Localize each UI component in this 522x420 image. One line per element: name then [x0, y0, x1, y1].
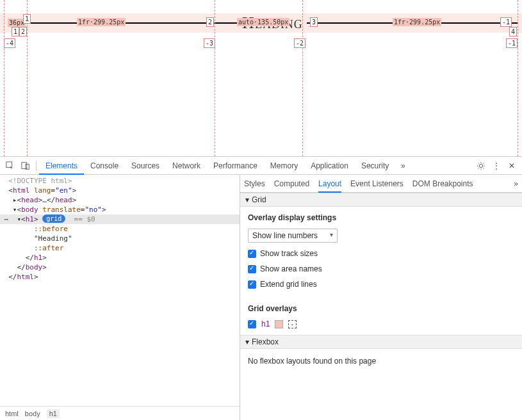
overlay-settings-title: Overlay display settings [248, 213, 514, 222]
breadcrumb-item[interactable]: body [25, 410, 40, 417]
divider [36, 161, 37, 171]
kebab-menu-icon[interactable]: ⋮ [489, 158, 504, 174]
close-icon[interactable]: ✕ [504, 158, 519, 174]
svg-point-3 [479, 164, 482, 167]
reveal-element-icon[interactable] [288, 320, 297, 328]
checkbox-icon [248, 265, 256, 273]
grid-badge[interactable]: grid [42, 214, 65, 223]
tab-sources[interactable]: Sources [125, 157, 166, 175]
grid-line-number: 1 [23, 14, 31, 24]
grid-overlays-title: Grid overlays [248, 304, 514, 313]
tab-performance[interactable]: Performance [207, 157, 264, 175]
svg-rect-1 [22, 162, 27, 168]
tab-network[interactable]: Network [166, 157, 207, 175]
inspect-icon[interactable] [3, 158, 18, 174]
devtools-panel: Elements Console Sources Network Perform… [0, 156, 522, 420]
breadcrumb-item[interactable]: html [5, 410, 19, 417]
breadcrumb-item[interactable]: h1 [47, 409, 60, 418]
elements-dom-pane: <!DOCTYPE html> <html lang="en"> ▸<head>… [0, 175, 240, 420]
dom-selected-row[interactable]: ⋯ ▾<h1> grid == $0 [0, 214, 240, 224]
side-tab-computed[interactable]: Computed [274, 175, 309, 193]
elements-side-pane: Styles Computed Layout Event Listeners D… [240, 175, 522, 420]
tab-elements[interactable]: Elements [39, 157, 84, 175]
dom-tag: html [13, 186, 30, 195]
tab-memory[interactable]: Memory [264, 157, 304, 175]
device-toolbar-icon[interactable] [18, 158, 33, 174]
grid-overlay-item: h1 [248, 319, 514, 328]
checkbox-icon [248, 280, 256, 289]
tab-console[interactable]: Console [84, 157, 125, 175]
page-viewport: Heading 36px 1fr·299.25px auto·135.50px … [0, 0, 522, 156]
grid-line-number: -3 [204, 38, 215, 48]
grid-line-number: 3 [310, 17, 318, 27]
grid-section-header[interactable]: ▾ Grid [240, 193, 522, 207]
line-numbers-select[interactable]: Show line numbers [248, 229, 338, 243]
grid-line-number: -2 [294, 38, 306, 48]
checkbox-show-track-sizes[interactable]: Show track sizes [248, 249, 514, 258]
devtools-tabstrip: Elements Console Sources Network Perform… [0, 157, 522, 175]
grid-line [215, 0, 215, 156]
dom-tree[interactable]: <!DOCTYPE html> <html lang="en"> ▸<head>… [0, 175, 240, 406]
grid-track-size: 1fr·299.25px [77, 18, 126, 26]
flexbox-empty-message: No flexbox layouts found on this page [240, 349, 522, 373]
grid-line-number: -1 [500, 17, 512, 27]
grid-line [518, 0, 518, 156]
grid-line-number: 2 [19, 27, 27, 36]
side-tab-dom-breakpoints[interactable]: DOM Breakpoints [412, 175, 473, 193]
grid-track-size: auto·135.50px [237, 18, 290, 26]
tab-application[interactable]: Application [304, 157, 355, 175]
flexbox-section-header[interactable]: ▾ Flexbox [240, 335, 522, 349]
grid-line [4, 0, 4, 156]
color-swatch[interactable] [275, 320, 283, 328]
checkbox-icon[interactable] [248, 320, 256, 328]
checkbox-show-area-names[interactable]: Show area names [248, 264, 514, 273]
breadcrumb: html body h1 [0, 406, 240, 420]
checkbox-icon [248, 250, 256, 258]
grid-line-number: -4 [4, 38, 15, 48]
more-tabs-icon[interactable]: » [514, 179, 518, 188]
grid-line-number: 4 [509, 27, 517, 36]
more-tabs-icon[interactable]: » [395, 158, 411, 174]
grid-line [302, 0, 303, 156]
triangle-down-icon: ▾ [245, 337, 249, 346]
grid-line-number: 1 [12, 27, 19, 36]
grid-section-title: Grid [252, 195, 266, 204]
svg-rect-0 [6, 161, 12, 167]
flexbox-section-title: Flexbox [252, 337, 279, 346]
grid-line-number: -1 [506, 38, 518, 48]
side-tab-event-listeners[interactable]: Event Listeners [350, 175, 404, 193]
triangle-down-icon: ▾ [245, 195, 249, 204]
checkbox-extend-grid-lines[interactable]: Extend grid lines [248, 280, 514, 289]
tab-security[interactable]: Security [355, 157, 395, 175]
grid-section-body: Overlay display settings Show line numbe… [240, 207, 522, 335]
grid-track-size: 1fr·299.25px [393, 18, 441, 26]
overlay-element-name[interactable]: h1 [261, 319, 270, 328]
settings-icon[interactable] [473, 158, 489, 174]
side-tab-styles[interactable]: Styles [244, 175, 265, 193]
grid-line-number: 2 [206, 17, 214, 27]
side-tabs: Styles Computed Layout Event Listeners D… [240, 175, 522, 193]
side-tab-layout[interactable]: Layout [318, 175, 341, 193]
dom-doctype: <!DOCTYPE html> [8, 177, 72, 185]
